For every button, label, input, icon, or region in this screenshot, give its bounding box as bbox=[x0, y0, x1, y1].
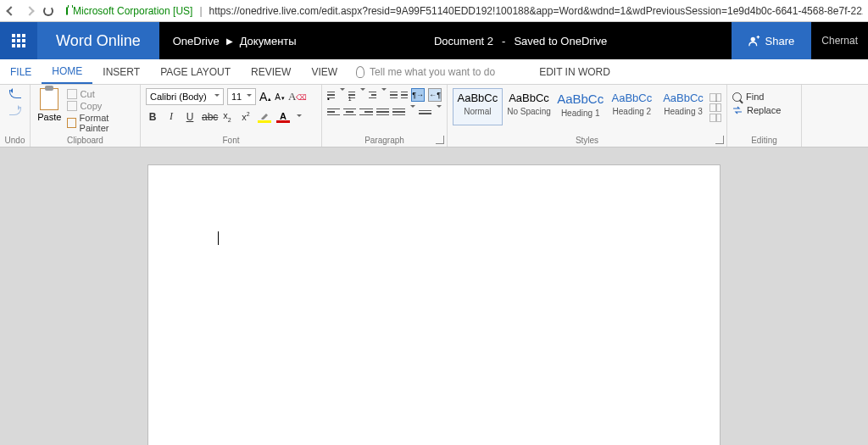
undo-button[interactable] bbox=[3, 90, 26, 105]
chevron-down-icon[interactable] bbox=[437, 105, 442, 110]
paste-button[interactable]: Paste bbox=[36, 88, 64, 134]
style-no-spacing[interactable]: AaBbCcNo Spacing bbox=[504, 88, 554, 125]
waffle-icon bbox=[12, 34, 25, 47]
decrease-indent-button[interactable] bbox=[390, 88, 398, 102]
styles-down-button[interactable] bbox=[709, 103, 721, 112]
style-heading-2[interactable]: AaBbCcHeading 2 bbox=[607, 88, 657, 125]
back-button[interactable] bbox=[5, 5, 17, 17]
font-group-label: Font bbox=[146, 134, 316, 147]
tab-page-layout[interactable]: PAGE LAYOUT bbox=[150, 59, 241, 84]
tab-view[interactable]: VIEW bbox=[301, 59, 348, 84]
paragraph-launcher[interactable] bbox=[436, 136, 444, 144]
align-right-button[interactable] bbox=[359, 105, 372, 119]
brush-icon bbox=[67, 118, 76, 128]
share-button[interactable]: Share bbox=[732, 22, 812, 59]
copy-icon bbox=[67, 101, 77, 111]
ltr-button[interactable]: ¶→ bbox=[411, 88, 425, 102]
undo-group-label: Undo bbox=[3, 134, 26, 147]
replace-icon bbox=[732, 106, 743, 114]
chevron-down-icon[interactable] bbox=[297, 114, 302, 120]
styles-more-button[interactable] bbox=[709, 114, 721, 122]
highlight-button[interactable] bbox=[258, 111, 271, 123]
clipboard-group-label: Clipboard bbox=[36, 134, 135, 147]
user-label[interactable]: Chernat bbox=[811, 35, 868, 47]
crumb-onedrive[interactable]: OneDrive bbox=[173, 35, 220, 47]
justify-button[interactable] bbox=[376, 105, 389, 119]
svg-point-0 bbox=[750, 37, 754, 42]
crumb-folder[interactable]: Документы bbox=[240, 35, 297, 47]
special-indent-button[interactable] bbox=[419, 105, 431, 119]
chevron-right-icon: ▶ bbox=[226, 36, 233, 46]
paragraph-group-label: Paragraph bbox=[327, 134, 442, 147]
paste-icon bbox=[40, 88, 58, 110]
multilevel-button[interactable] bbox=[369, 88, 376, 102]
italic-button[interactable]: I bbox=[164, 110, 178, 123]
address-bar[interactable]: Microsoft Corporation [US] | https://one… bbox=[61, 5, 863, 17]
document-page[interactable] bbox=[147, 164, 721, 445]
url-text: https://onedrive.live.com/edit.aspx?resi… bbox=[209, 5, 863, 17]
chevron-down-icon bbox=[214, 94, 220, 99]
tab-home[interactable]: HOME bbox=[42, 59, 92, 84]
breadcrumb: OneDrive ▶ Документы bbox=[159, 35, 310, 47]
chevron-down-icon[interactable] bbox=[410, 105, 415, 110]
cert-label: Microsoft Corporation [US] bbox=[73, 5, 192, 17]
bold-button[interactable]: B bbox=[146, 111, 159, 123]
subscript-button[interactable]: x bbox=[220, 110, 234, 122]
save-status: Saved to OneDrive bbox=[514, 35, 607, 47]
chevron-down-icon[interactable] bbox=[360, 88, 365, 93]
cut-button[interactable]: Cut bbox=[67, 89, 135, 99]
edit-in-word-button[interactable]: EDIT IN WORD bbox=[529, 59, 620, 84]
increase-indent-button[interactable] bbox=[401, 88, 409, 102]
replace-button[interactable]: Replace bbox=[732, 103, 796, 117]
copy-button[interactable]: Copy bbox=[67, 101, 135, 111]
text-cursor bbox=[218, 231, 219, 245]
align-center-button[interactable] bbox=[343, 105, 356, 119]
format-painter-button[interactable]: Format Painter bbox=[67, 113, 135, 133]
strikethrough-button[interactable]: abc bbox=[202, 111, 215, 123]
find-button[interactable]: Find bbox=[732, 90, 796, 103]
align-left-button[interactable] bbox=[327, 105, 340, 119]
style-heading-3[interactable]: AaBbCcHeading 3 bbox=[659, 88, 709, 125]
lightbulb-icon bbox=[356, 66, 364, 78]
clear-format-button[interactable]: A⌫ bbox=[288, 90, 307, 103]
reload-button[interactable] bbox=[42, 5, 54, 17]
chevron-down-icon[interactable] bbox=[340, 88, 345, 93]
rtl-button[interactable]: ←¶ bbox=[428, 88, 442, 102]
chevron-down-icon[interactable] bbox=[381, 88, 387, 93]
underline-button[interactable]: U bbox=[183, 111, 197, 123]
tell-me-search[interactable]: Tell me what you want to do bbox=[348, 59, 504, 84]
font-color-button[interactable]: A bbox=[276, 111, 290, 123]
tab-file[interactable]: FILE bbox=[0, 59, 42, 84]
document-name[interactable]: Document 2 bbox=[434, 35, 493, 47]
tab-review[interactable]: REVIEW bbox=[241, 59, 301, 84]
app-launcher-button[interactable] bbox=[0, 22, 37, 59]
styles-up-button[interactable] bbox=[709, 93, 721, 102]
shrink-font-button[interactable]: A▾ bbox=[275, 92, 285, 102]
cut-icon bbox=[67, 89, 77, 99]
numbering-button[interactable] bbox=[348, 88, 356, 102]
brand-label[interactable]: Word Online bbox=[37, 22, 159, 59]
styles-launcher[interactable] bbox=[715, 136, 724, 144]
line-spacing-button[interactable] bbox=[392, 105, 405, 119]
grow-font-button[interactable]: A▴ bbox=[259, 90, 271, 103]
style-heading-1[interactable]: AaBbCcHeading 1 bbox=[555, 88, 605, 125]
editing-group-label: Editing bbox=[732, 134, 796, 147]
redo-button[interactable] bbox=[3, 107, 26, 122]
font-size-select[interactable]: 11 bbox=[227, 88, 256, 105]
lock-icon bbox=[66, 7, 68, 15]
share-icon bbox=[748, 35, 760, 47]
superscript-button[interactable]: x bbox=[239, 111, 253, 122]
font-name-select[interactable]: Calibri (Body) bbox=[146, 88, 224, 105]
styles-group-label: Styles bbox=[453, 134, 721, 147]
chevron-down-icon bbox=[247, 94, 252, 99]
bullets-button[interactable] bbox=[327, 88, 335, 102]
search-icon bbox=[732, 92, 742, 102]
style-normal[interactable]: AaBbCcNormal bbox=[453, 88, 503, 125]
tab-insert[interactable]: INSERT bbox=[92, 59, 150, 84]
forward-button[interactable] bbox=[24, 5, 36, 17]
